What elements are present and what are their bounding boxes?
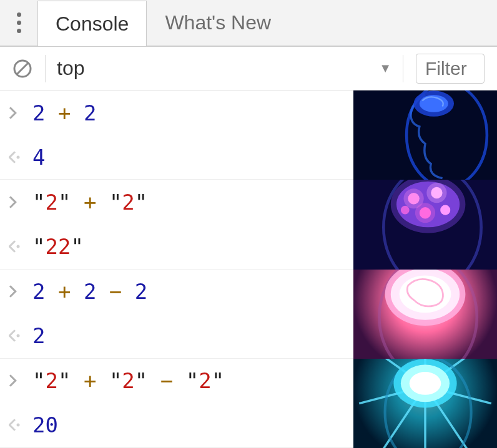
console-output-value: 4: [32, 145, 45, 170]
tab-console[interactable]: Console: [37, 1, 147, 46]
console-output-value: 2: [32, 323, 45, 348]
console-toolbar: top ▼: [0, 47, 497, 90]
svg-point-20: [426, 183, 446, 203]
console-output-row: "22": [0, 224, 353, 268]
brain-expanding-panel: [353, 270, 497, 359]
chevron-right-icon: [9, 107, 22, 119]
console-body: 2 + 24"2" + "2""22"2 + 2 − 22"2" + "2" −…: [0, 90, 497, 448]
chevron-right-icon: [9, 374, 22, 387]
svg-point-3: [17, 245, 20, 248]
console-entry-group: "2" + "2" − "2"20: [0, 359, 353, 448]
console-output-value: "22": [32, 234, 84, 259]
chevron-right-icon: [9, 285, 22, 298]
console-input-row[interactable]: 2 + 2 − 2: [0, 270, 353, 314]
brain-glowing-panel: [353, 180, 497, 269]
console-log: 2 + 24"2" + "2""22"2 + 2 − 22"2" + "2" −…: [0, 90, 353, 448]
kebab-menu-icon[interactable]: [0, 12, 37, 33]
svg-point-41: [410, 372, 441, 395]
output-arrow-icon: [9, 151, 22, 163]
tab-whats-new[interactable]: What's New: [147, 0, 289, 46]
output-arrow-icon: [9, 329, 22, 342]
filter-input[interactable]: [416, 54, 485, 84]
console-input-code: 2 + 2: [32, 100, 96, 125]
console-entry-group: 2 + 2 − 22: [0, 270, 353, 359]
console-input-code: 2 + 2 − 2: [32, 279, 147, 304]
console-input-code: "2" + "2" − "2": [32, 368, 224, 393]
svg-point-17: [440, 205, 450, 215]
console-output-row: 2: [0, 314, 353, 358]
brain-cosmic-panel: [353, 359, 497, 448]
console-input-row[interactable]: "2" + "2": [0, 180, 353, 224]
console-entry-group: 2 + 24: [0, 90, 353, 180]
execution-context-select[interactable]: top ▼: [45, 55, 403, 82]
devtools-header: Console What's New: [0, 0, 497, 47]
output-arrow-icon: [9, 419, 22, 431]
console-output-row: 20: [0, 403, 353, 447]
chevron-right-icon: [9, 196, 22, 208]
brain-small-panel: [353, 90, 497, 180]
console-entry-group: "2" + "2""22": [0, 180, 353, 269]
console-input-row[interactable]: 2 + 2: [0, 90, 353, 135]
tab-bar: Console What's New: [37, 0, 289, 46]
svg-point-5: [17, 424, 20, 427]
console-output-row: 4: [0, 135, 353, 179]
console-output-value: 20: [32, 412, 58, 437]
context-label: top: [57, 57, 84, 80]
svg-point-2: [17, 155, 20, 158]
svg-point-21: [415, 203, 435, 223]
console-input-row[interactable]: "2" + "2" − "2": [0, 359, 353, 403]
console-input-code: "2" + "2": [32, 190, 147, 215]
meme-column: [353, 90, 497, 448]
chevron-down-icon: ▼: [379, 61, 391, 75]
output-arrow-icon: [9, 240, 22, 253]
svg-line-1: [17, 63, 28, 74]
svg-point-4: [17, 334, 20, 338]
clear-console-icon[interactable]: [12, 59, 32, 79]
svg-point-18: [401, 206, 410, 215]
